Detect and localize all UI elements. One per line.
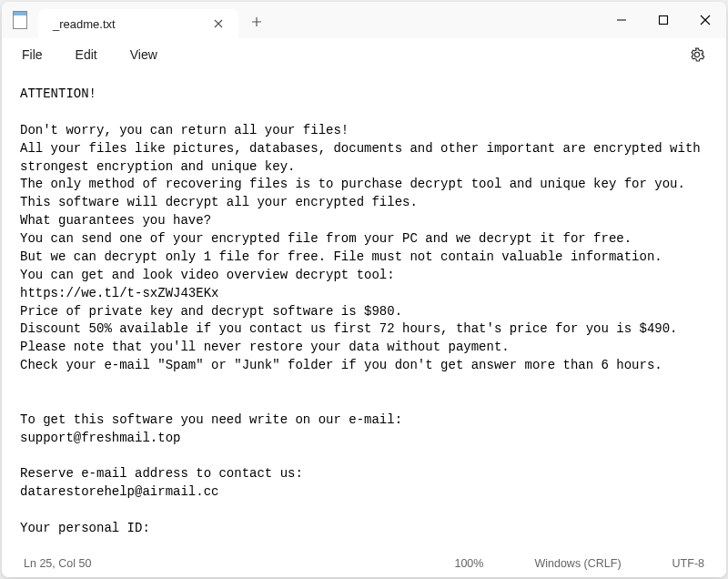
- menu-edit[interactable]: Edit: [72, 44, 101, 66]
- text-line: https://we.tl/t-sxZWJ43EKx: [20, 286, 218, 300]
- menubar: File Edit View: [2, 38, 726, 71]
- status-line-ending[interactable]: Windows (CRLF): [534, 557, 621, 570]
- text-line: Don't worry, you can return all your fil…: [20, 123, 349, 137]
- maximize-button[interactable]: [642, 2, 684, 38]
- menu-file[interactable]: File: [18, 44, 46, 66]
- svg-rect-0: [660, 16, 668, 25]
- gear-icon: [689, 46, 705, 63]
- status-zoom[interactable]: 100%: [454, 557, 483, 570]
- text-line: Price of private key and decrypt softwar…: [20, 304, 402, 319]
- text-line: This software will decrypt all your encr…: [20, 195, 418, 209]
- text-line: Your personal ID:: [20, 521, 150, 535]
- text-line: But we can decrypt only 1 file for free.…: [20, 249, 662, 264]
- minimize-button[interactable]: [601, 2, 642, 38]
- text-line: What guarantees you have?: [20, 213, 211, 228]
- tab-title: _readme.txt: [53, 17, 207, 31]
- text-line: To get this software you need write on o…: [20, 412, 402, 427]
- text-line: ATTENTION!: [20, 86, 96, 101]
- settings-button[interactable]: [684, 42, 710, 67]
- notepad-window: _readme.txt File Edit View: [2, 2, 726, 577]
- titlebar: _readme.txt: [2, 2, 726, 38]
- text-line: Discount 50% available if you contact us…: [20, 321, 678, 336]
- text-line: All your files like pictures, databases,…: [20, 141, 708, 174]
- menu-view[interactable]: View: [126, 44, 161, 66]
- notepad-icon: [13, 11, 27, 29]
- window-controls: [601, 2, 726, 38]
- text-area[interactable]: ATTENTION! Don't worry, you can return a…: [2, 71, 726, 550]
- text-line: Check your e-mail "Spam" or "Junk" folde…: [20, 358, 662, 372]
- status-cursor-position: Ln 25, Col 50: [24, 557, 91, 570]
- text-line: The only method of recovering files is t…: [20, 177, 685, 191]
- text-line: Please note that you'll never restore yo…: [20, 340, 510, 354]
- text-line: You can get and look video overview decr…: [20, 268, 395, 282]
- tab-close-button[interactable]: [207, 13, 229, 35]
- status-encoding[interactable]: UTF-8: [672, 557, 704, 570]
- close-button[interactable]: [684, 2, 726, 38]
- text-line: support@freshmail.top: [20, 431, 180, 445]
- text-line: datarestorehelp@airmail.cc: [20, 484, 218, 499]
- new-tab-button[interactable]: [242, 7, 271, 36]
- tab[interactable]: _readme.txt: [38, 9, 238, 38]
- text-line: You can send one of your encrypted file …: [20, 231, 632, 246]
- statusbar: Ln 25, Col 50 100% Windows (CRLF) UTF-8: [2, 550, 726, 577]
- personal-id-redacted: [20, 539, 402, 550]
- text-line: Reserve e-mail address to contact us:: [20, 466, 303, 481]
